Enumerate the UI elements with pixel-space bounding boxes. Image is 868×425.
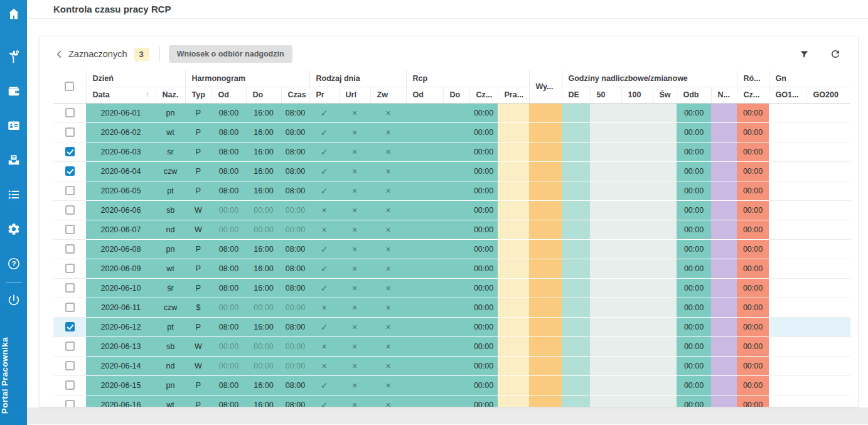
- row-checkbox-cell[interactable]: [53, 298, 86, 317]
- table-row[interactable]: 2020-06-04 czw P 08:00 16:00 08:00 ✓ × ×…: [53, 161, 850, 181]
- column-header-100[interactable]: 100: [621, 87, 653, 103]
- cell-go1: [769, 103, 806, 122]
- cell-odb: 00:00: [677, 122, 711, 142]
- id-badge-icon[interactable]: [6, 118, 21, 133]
- cell-schedule-to: 16:00: [246, 181, 281, 200]
- column-header-go200[interactable]: GO200: [806, 87, 850, 103]
- column-header-do[interactable]: Do: [246, 87, 281, 103]
- settings-gear-icon[interactable]: [6, 222, 21, 237]
- table-row[interactable]: 2020-06-06 sb W 00:00 00:00 00:00 × × × …: [53, 200, 850, 220]
- column-header-50[interactable]: 50: [590, 87, 621, 103]
- row-checkbox-cell[interactable]: [53, 317, 86, 336]
- cell-schedule-time: 00:00: [281, 200, 309, 220]
- row-checkbox-cell[interactable]: [53, 395, 86, 407]
- cell-go200: [806, 336, 850, 356]
- row-checkbox: [65, 244, 75, 254]
- row-checkbox-cell[interactable]: [53, 375, 86, 395]
- row-checkbox-cell[interactable]: [53, 259, 86, 278]
- row-checkbox-cell[interactable]: [53, 220, 86, 239]
- logout-power-icon[interactable]: [6, 293, 21, 308]
- table-row[interactable]: 2020-06-02 wt P 08:00 16:00 08:00 ✓ × × …: [53, 122, 850, 142]
- cell-wy: [529, 181, 562, 200]
- column-header-pr[interactable]: Pr: [309, 87, 339, 103]
- cell-n: [711, 239, 737, 259]
- filter-icon[interactable]: [798, 48, 810, 60]
- row-checkbox-cell[interactable]: [53, 142, 86, 161]
- column-header-naz[interactable]: Naz.: [156, 87, 185, 103]
- cell-odb: 00:00: [677, 161, 711, 181]
- table-row[interactable]: 2020-06-16 wt P 08:00 16:00 08:00 ✓ × × …: [53, 395, 850, 407]
- cell-schedule-type: P: [185, 122, 212, 142]
- column-header-od[interactable]: Od: [212, 87, 246, 103]
- table-row[interactable]: 2020-06-09 wt P 08:00 16:00 08:00 ✓ × × …: [53, 259, 850, 278]
- cell-n: [711, 395, 737, 407]
- cell-date: 2020-06-16: [86, 395, 156, 407]
- column-header-rcp-od[interactable]: Od: [406, 87, 443, 103]
- select-all-checkbox-cell[interactable]: [53, 70, 86, 103]
- table-row[interactable]: 2020-06-11 czw $ 00:00 00:00 00:00 × × ×…: [53, 298, 850, 317]
- row-checkbox-cell[interactable]: [53, 161, 86, 181]
- column-header-sw[interactable]: Św: [653, 87, 677, 103]
- cell-wy: [529, 298, 562, 317]
- back-chevron-icon[interactable]: [53, 48, 65, 60]
- home-icon[interactable]: [6, 6, 21, 21]
- list-icon[interactable]: [6, 187, 21, 202]
- cell-day-name: pt: [156, 181, 185, 200]
- table-row[interactable]: 2020-06-05 pt P 08:00 16:00 08:00 ✓ × × …: [53, 181, 850, 200]
- column-header-url[interactable]: Url: [339, 87, 370, 103]
- table-row[interactable]: 2020-06-12 pt P 08:00 16:00 08:00 ✓ × × …: [53, 317, 850, 336]
- cell-go200: [806, 181, 850, 200]
- wallet-icon[interactable]: [6, 83, 21, 99]
- selected-count-badge: 3: [134, 48, 149, 61]
- table-row[interactable]: 2020-06-08 pn P 08:00 16:00 08:00 ✓ × × …: [53, 239, 850, 259]
- column-header-czas[interactable]: Czas: [281, 87, 309, 103]
- column-header-odb[interactable]: Odb: [677, 87, 711, 103]
- table-row[interactable]: 2020-06-07 nd W 00:00 00:00 00:00 × × × …: [53, 220, 850, 239]
- cell-schedule-to: 16:00: [246, 161, 281, 181]
- column-header-zw[interactable]: Zw: [370, 87, 406, 103]
- row-checkbox-cell[interactable]: [53, 181, 86, 200]
- table-row[interactable]: 2020-06-10 śr P 08:00 16:00 08:00 ✓ × × …: [53, 278, 850, 298]
- cell-de: [562, 259, 590, 278]
- cell-day-name: wt: [156, 259, 185, 278]
- cell-schedule-time: 00:00: [281, 220, 309, 239]
- row-checkbox-cell[interactable]: [53, 103, 86, 122]
- cell-pra: [498, 142, 529, 161]
- cell-schedule-time: 08:00: [281, 181, 309, 200]
- cell-rcp-time: 00:00: [469, 122, 498, 142]
- column-header-ro-cz[interactable]: Cz...: [737, 87, 769, 103]
- row-checkbox-cell[interactable]: [53, 200, 86, 220]
- cell-date: 2020-06-04: [86, 161, 156, 181]
- row-checkbox-cell[interactable]: [53, 122, 86, 142]
- table-row[interactable]: 2020-06-14 nd W 00:00 00:00 00:00 × × × …: [53, 356, 850, 375]
- table-row[interactable]: 2020-06-13 sb W 00:00 00:00 00:00 × × × …: [53, 336, 850, 356]
- help-icon[interactable]: ?: [6, 256, 21, 271]
- overtime-request-button[interactable]: Wniosek o odbiór nadgodzin: [169, 45, 292, 63]
- table-row[interactable]: 2020-06-01 pn P 08:00 16:00 08:00 ✓ × × …: [53, 103, 850, 122]
- documents-tray-icon[interactable]: [6, 153, 21, 168]
- vacation-palm-icon[interactable]: [6, 49, 21, 64]
- column-header-go1[interactable]: GO1...: [769, 87, 806, 103]
- column-header-n[interactable]: N...: [711, 87, 737, 103]
- column-header-rcp-cz[interactable]: Cz...: [469, 87, 498, 103]
- row-checkbox-cell[interactable]: [53, 356, 86, 375]
- cell-odb: 00:00: [677, 103, 711, 122]
- column-header-data[interactable]: Data↑: [86, 87, 156, 103]
- cell-rcp-time: 00:00: [469, 395, 498, 407]
- cell-sw: [653, 336, 677, 356]
- column-header-wy[interactable]: Wy...: [529, 70, 562, 103]
- column-header-typ[interactable]: Typ: [185, 87, 212, 103]
- column-header-rcp-do[interactable]: Do: [443, 87, 469, 103]
- column-header-pra[interactable]: Pra...: [498, 87, 529, 103]
- cell-day-name: pn: [156, 375, 185, 395]
- refresh-icon[interactable]: [829, 48, 842, 60]
- row-checkbox-cell[interactable]: [53, 239, 86, 259]
- table-row[interactable]: 2020-06-15 pn P 08:00 16:00 08:00 ✓ × × …: [53, 375, 850, 395]
- table-row[interactable]: 2020-06-03 śr P 08:00 16:00 08:00 ✓ × × …: [53, 142, 850, 161]
- cell-schedule-to: 16:00: [246, 239, 281, 259]
- row-checkbox-cell[interactable]: [53, 336, 86, 356]
- row-checkbox-cell[interactable]: [53, 278, 86, 298]
- cell-go200: [806, 298, 850, 317]
- cell-sw: [653, 317, 677, 336]
- column-header-de[interactable]: DE: [562, 87, 590, 103]
